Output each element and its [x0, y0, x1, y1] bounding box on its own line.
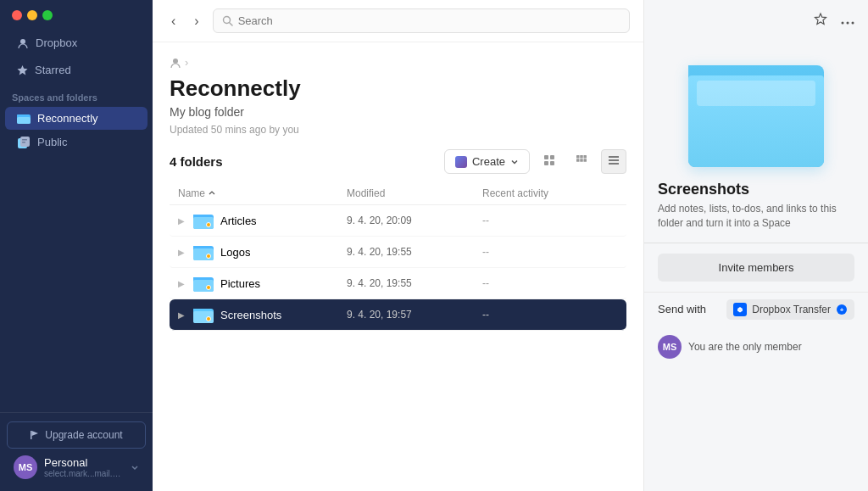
star-panel-button[interactable]	[810, 8, 831, 31]
sidebar-footer: Upgrade account MS Personal select.mark.…	[0, 412, 153, 491]
traffic-lights	[0, 0, 153, 29]
row-activity: --	[482, 246, 618, 258]
svg-rect-15	[550, 155, 554, 159]
sidebar-item-reconnectly[interactable]: Reconnectly	[5, 107, 147, 130]
svg-point-28	[842, 21, 844, 24]
invite-members-button[interactable]: Invite members	[658, 254, 854, 282]
row-chevron: ▶	[178, 216, 185, 226]
send-with-row: Send with Dropbox Transfer +	[644, 292, 868, 326]
svg-point-13	[173, 59, 178, 64]
user-section[interactable]: MS Personal select.mark...mail.com	[7, 449, 146, 483]
upgrade-button[interactable]: Upgrade account	[7, 421, 146, 449]
chevron-down-icon	[131, 463, 139, 471]
table-row[interactable]: ▶ Logos 9. 4. 20, 19:55 --	[170, 237, 626, 268]
sidebar-item-starred[interactable]: Starred	[5, 57, 147, 83]
svg-rect-23	[584, 159, 587, 162]
person-icon	[17, 37, 29, 49]
create-button[interactable]: Create	[444, 149, 530, 174]
row-modified: 9. 4. 20, 19:55	[347, 246, 482, 258]
content-area: › Reconnectly My blog folder Updated 50 …	[153, 42, 643, 491]
svg-rect-22	[580, 159, 583, 162]
view-list-button[interactable]	[601, 149, 626, 174]
sort-icon	[209, 190, 215, 197]
folder-icon	[193, 243, 214, 260]
view-grid-button[interactable]	[569, 149, 594, 174]
back-button[interactable]: ‹	[166, 11, 181, 31]
panel-folder-desc: Add notes, lists, to-dos, and links to t…	[644, 202, 868, 243]
svg-rect-14	[544, 155, 548, 159]
flag-icon	[30, 430, 40, 440]
row-chevron: ▶	[178, 248, 185, 257]
transfer-icon: +	[836, 304, 848, 315]
row-name-text: Logos	[220, 246, 250, 259]
topbar: ‹ ›	[153, 0, 643, 42]
star-icon	[17, 64, 28, 75]
starred-label: Starred	[35, 64, 71, 76]
table-row[interactable]: ▶ Articles 9. 4. 20, 20:09 --	[170, 205, 626, 237]
close-dot[interactable]	[12, 10, 22, 20]
member-row: MS You are the only member	[644, 326, 868, 367]
search-input[interactable]	[238, 14, 620, 27]
panel-topbar	[644, 0, 868, 40]
dropbox-label: Dropbox	[36, 36, 77, 49]
col-name-header: Name	[178, 187, 347, 199]
panel-folder-name: Screenshots	[644, 181, 868, 202]
svg-rect-8	[22, 142, 25, 143]
list-icon	[608, 154, 620, 166]
search-box[interactable]	[213, 8, 630, 33]
folder-preview	[644, 40, 868, 181]
breadcrumb-person-icon	[170, 57, 181, 69]
svg-rect-9	[31, 431, 32, 439]
col-activity-header: Recent activity	[482, 187, 618, 199]
row-modified: 9. 4. 20, 19:57	[347, 309, 482, 321]
more-options-button[interactable]	[837, 10, 858, 31]
forward-button[interactable]: ›	[189, 11, 203, 31]
row-activity: --	[482, 215, 618, 226]
folder-count: 4 folders	[170, 154, 223, 169]
table-header: Name Modified Recent activity	[170, 182, 626, 205]
row-name-text: Pictures	[220, 277, 260, 290]
minimize-dot[interactable]	[27, 10, 37, 20]
svg-line-12	[229, 23, 232, 26]
folder-icon	[193, 306, 214, 323]
sidebar-item-public[interactable]: Public	[5, 131, 147, 153]
search-icon	[222, 15, 233, 26]
svg-point-30	[852, 21, 854, 24]
send-with-label: Send with	[658, 303, 706, 315]
panel-divider	[644, 243, 868, 243]
chevron-down-icon	[510, 158, 519, 166]
page-subtitle: My blog folder	[170, 105, 626, 119]
send-with-value[interactable]: Dropbox Transfer +	[726, 299, 854, 320]
table-row[interactable]: ▶ Screenshots 9. 4. 20, 19:57 --	[170, 299, 626, 331]
svg-marker-27	[815, 14, 826, 24]
public-label: Public	[37, 136, 67, 148]
table-row[interactable]: ▶ Pictures 9. 4. 20, 19:55 --	[170, 268, 626, 299]
col-modified-header: Modified	[347, 187, 482, 199]
breadcrumb: ›	[170, 56, 626, 69]
reconnectly-label: Reconnectly	[37, 112, 98, 125]
row-name-text: Screenshots	[220, 309, 281, 321]
svg-rect-7	[22, 139, 27, 141]
folder-toolbar: 4 folders Create	[170, 149, 626, 174]
grid-icon	[576, 154, 587, 166]
member-avatar: MS	[658, 335, 682, 359]
sidebar-item-dropbox[interactable]: Dropbox	[5, 30, 147, 56]
svg-point-0	[20, 39, 25, 44]
send-with-service: Dropbox Transfer	[752, 304, 831, 315]
maximize-dot[interactable]	[42, 10, 53, 20]
breadcrumb-separator: ›	[185, 56, 188, 69]
svg-rect-16	[544, 161, 548, 165]
user-avatar: MS	[14, 455, 37, 479]
svg-rect-17	[550, 161, 554, 165]
create-icon	[455, 156, 467, 168]
row-name-text: Articles	[220, 215, 257, 227]
create-label: Create	[472, 155, 505, 168]
svg-rect-21	[576, 159, 580, 162]
page-title: Reconnectly	[170, 75, 626, 102]
row-chevron: ▶	[178, 310, 185, 320]
upgrade-label: Upgrade account	[45, 429, 122, 441]
main-content: ‹ › › Reconnectly My blog folder Updated…	[153, 0, 643, 491]
user-email: select.mark...mail.com	[44, 469, 124, 478]
row-modified: 9. 4. 20, 20:09	[347, 215, 482, 226]
view-grid-preview-button[interactable]	[537, 149, 562, 174]
